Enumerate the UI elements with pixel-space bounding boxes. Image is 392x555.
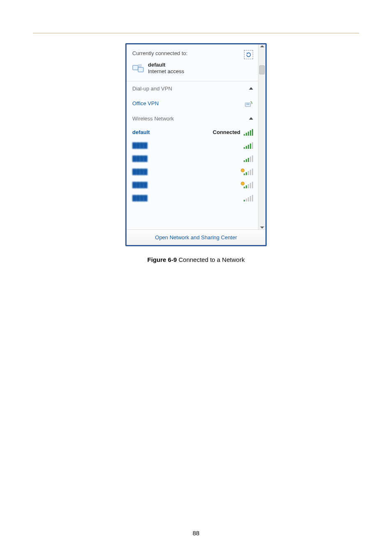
signal-icon: [244, 142, 253, 149]
wifi-item[interactable]: ████: [127, 192, 258, 205]
wifi-item-name: default: [132, 129, 150, 135]
wifi-item-status: Connected: [213, 129, 240, 135]
svg-rect-4: [247, 104, 249, 105]
chevron-up-icon: [249, 117, 253, 120]
open-sharing-center-link[interactable]: Open Network and Sharing Center: [127, 229, 265, 245]
wifi-item-name: ████: [132, 169, 148, 175]
vpn-item-office[interactable]: Office VPN: [127, 96, 258, 111]
connected-network: default Internet access: [132, 62, 253, 79]
signal-icon: [244, 155, 253, 162]
wifi-item-name: ████: [132, 182, 148, 188]
wifi-item-right: Connected: [213, 129, 253, 136]
svg-rect-0: [133, 65, 138, 70]
wireless-label: Wireless Network: [132, 116, 174, 122]
currently-connected-label: Currently connected to:: [132, 50, 187, 56]
wifi-item-right: [241, 169, 253, 175]
wifi-item-right: [244, 142, 253, 149]
signal-icon: [244, 129, 253, 136]
refresh-icon[interactable]: [244, 50, 253, 59]
scroll-down-icon[interactable]: [260, 227, 264, 229]
network-icon: [132, 63, 145, 74]
figure-caption-label: Figure 6-9: [148, 256, 177, 263]
connected-network-status: Internet access: [148, 68, 184, 75]
dialup-vpn-label: Dial-up and VPN: [132, 86, 172, 92]
signal-icon: [244, 169, 253, 175]
wireless-section-header[interactable]: Wireless Network: [127, 111, 258, 126]
wifi-item-name: ████: [132, 142, 148, 148]
wifi-item-right: [241, 182, 253, 188]
wifi-list: defaultConnected████████████████████: [127, 126, 258, 205]
wifi-item[interactable]: ████: [127, 165, 258, 178]
wifi-item[interactable]: ████: [127, 139, 258, 152]
scroll-thumb[interactable]: [259, 65, 265, 74]
wifi-item-right: [244, 195, 253, 201]
page-number: 88: [0, 530, 392, 536]
vertical-scrollbar[interactable]: [258, 44, 265, 229]
figure-caption-text: Connected to a Network: [177, 256, 244, 263]
wifi-item[interactable]: ████: [127, 178, 258, 192]
wifi-item[interactable]: ████: [127, 152, 258, 165]
currently-connected-section: Currently connected to:: [127, 44, 258, 81]
vpn-modem-icon: [244, 99, 253, 108]
vpn-item-label: Office VPN: [132, 100, 159, 106]
wifi-item-name: ████: [132, 195, 148, 201]
wifi-item-name: ████: [132, 155, 148, 162]
wifi-item[interactable]: defaultConnected: [127, 126, 258, 139]
svg-rect-1: [138, 67, 143, 72]
signal-icon: [244, 195, 253, 201]
connected-network-name: default: [148, 62, 184, 68]
signal-icon: [244, 182, 253, 188]
svg-rect-2: [138, 64, 142, 67]
scroll-up-icon[interactable]: [260, 45, 264, 47]
wifi-item-right: [244, 155, 253, 162]
open-sharing-center-label[interactable]: Open Network and Sharing Center: [155, 234, 237, 240]
page-top-rule: [33, 33, 359, 33]
figure-caption: Figure 6-9 Connected to a Network: [33, 256, 359, 263]
network-flyout: Currently connected to:: [125, 43, 267, 246]
dialup-vpn-section-header[interactable]: Dial-up and VPN: [127, 81, 258, 96]
scroll-track[interactable]: [258, 49, 265, 225]
chevron-up-icon: [249, 87, 253, 90]
